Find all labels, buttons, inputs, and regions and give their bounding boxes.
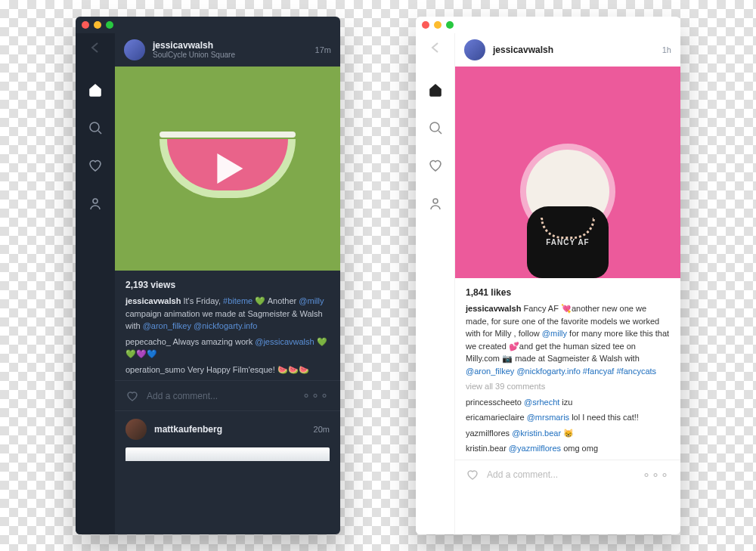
comment: ericamarieclaire @mrsmaris lol I need th… [466, 411, 670, 424]
views-count[interactable]: 2,193 views [125, 278, 330, 292]
avatar[interactable] [125, 419, 147, 440]
mention-link[interactable]: @aron_filkey [466, 367, 514, 376]
post-time: 1h [662, 45, 671, 54]
window-titlebar[interactable] [76, 17, 340, 33]
sidebar [416, 33, 455, 534]
back-icon[interactable] [87, 39, 104, 56]
search-icon[interactable] [87, 119, 104, 136]
sidebar [76, 33, 115, 534]
comment: operation_sumo Very Happy Film'esque! 🍉🍉… [125, 364, 330, 376]
add-comment[interactable]: Add a comment... ∘∘∘ [115, 380, 340, 410]
avatar[interactable] [464, 39, 485, 60]
feed: jessicavwalsh SoulCycle Union Square 17m… [115, 33, 340, 534]
comment: yazmilflores @kristin.bear 😸 [466, 427, 670, 440]
heart-outline-icon[interactable] [466, 468, 479, 481]
feed: jessicavwalsh 1h FANCY AF 1,841 likes je… [455, 33, 680, 534]
svg-point-2 [430, 122, 439, 132]
home-icon[interactable] [87, 82, 104, 98]
caption-user[interactable]: jessicavwalsh [125, 296, 181, 305]
comment-user[interactable]: yazmilflores [466, 429, 510, 438]
next-post-header[interactable]: mattkaufenberg 20m [115, 410, 340, 447]
svg-point-0 [90, 122, 99, 132]
post-caption: jessicavwalsh Fancy AF 💘another new one … [466, 302, 670, 377]
post-username[interactable]: mattkaufenberg [154, 424, 306, 435]
view-all-comments[interactable]: view all 39 comments [466, 380, 670, 393]
profile-icon[interactable] [87, 195, 104, 212]
post-username[interactable]: jessicavwalsh [153, 40, 308, 51]
comment: kristin.bear @yazmilflores omg omg [466, 442, 670, 455]
mention-link[interactable]: @aron_filkey [143, 321, 191, 330]
caption-user[interactable]: jessicavwalsh [466, 304, 521, 313]
more-icon[interactable]: ∘∘∘ [302, 388, 330, 403]
search-icon[interactable] [427, 119, 444, 136]
maximize-icon[interactable] [446, 21, 454, 29]
mention-link[interactable]: @nickfogarty.info [194, 321, 257, 330]
more-icon[interactable]: ∘∘∘ [643, 468, 670, 482]
minimize-icon[interactable] [94, 21, 101, 29]
home-icon[interactable] [427, 82, 444, 98]
hashtag-link[interactable]: #biteme [223, 296, 253, 305]
mention-link[interactable]: @kristin.bear [512, 429, 561, 438]
next-post-peek [125, 447, 330, 461]
post-username[interactable]: jessicavwalsh [493, 45, 655, 55]
cat-graphic: FANCY AF [515, 150, 621, 278]
mention-link[interactable]: @milly [542, 329, 567, 338]
comment-user[interactable]: operation_sumo [125, 365, 185, 374]
comment-user[interactable]: pepecacho_ [125, 337, 171, 346]
svg-point-3 [433, 199, 438, 203]
post-media-video[interactable] [115, 67, 340, 271]
mention-link[interactable]: @nickfogarty.info [516, 367, 580, 376]
comment-placeholder[interactable]: Add a comment... [147, 391, 295, 401]
comment: princesscheeto @srhecht izu [466, 396, 670, 409]
app-window-dark: jessicavwalsh SoulCycle Union Square 17m… [76, 17, 340, 534]
heart-icon[interactable] [87, 157, 104, 174]
comment-user[interactable]: princesscheeto [466, 398, 522, 407]
post-caption: jessicavwalsh It's Friday, #biteme 💚 Ano… [125, 295, 330, 333]
add-comment[interactable]: Add a comment... ∘∘∘ [455, 460, 680, 490]
close-icon[interactable] [422, 21, 429, 29]
post-media-image[interactable]: FANCY AF [455, 67, 680, 278]
post-time: 17m [315, 45, 331, 54]
maximize-icon[interactable] [106, 21, 113, 29]
post-header[interactable]: jessicavwalsh 1h [455, 33, 680, 67]
hashtag-link[interactable]: #fancyaf [583, 367, 615, 376]
hashtag-link[interactable]: #fancycats [617, 367, 657, 376]
post-time: 20m [314, 425, 330, 434]
comment-user[interactable]: ericamarieclaire [466, 413, 525, 422]
avatar[interactable] [124, 39, 145, 60]
app-window-light: jessicavwalsh 1h FANCY AF 1,841 likes je… [416, 17, 680, 534]
mention-link[interactable]: @jessicavwalsh [255, 337, 314, 346]
comment-placeholder[interactable]: Add a comment... [487, 469, 635, 480]
window-titlebar[interactable] [416, 17, 680, 33]
comment-user[interactable]: kristin.bear [466, 444, 507, 453]
mention-link[interactable]: @srhecht [524, 398, 559, 407]
mention-link[interactable]: @mrsmaris [527, 413, 569, 422]
mention-link[interactable]: @milly [299, 296, 324, 305]
back-icon[interactable] [427, 39, 444, 56]
post-location[interactable]: SoulCycle Union Square [153, 51, 308, 60]
play-icon[interactable] [217, 153, 243, 184]
heart-icon[interactable] [427, 157, 444, 174]
close-icon[interactable] [82, 21, 89, 29]
likes-count[interactable]: 1,841 likes [466, 286, 670, 299]
comment: pepecacho_ Always amazing work @jessicav… [125, 336, 330, 361]
mention-link[interactable]: @yazmilflores [509, 444, 561, 453]
profile-icon[interactable] [427, 195, 444, 212]
post-header[interactable]: jessicavwalsh SoulCycle Union Square 17m [115, 33, 340, 67]
svg-point-1 [93, 199, 98, 203]
heart-outline-icon[interactable] [125, 389, 139, 403]
minimize-icon[interactable] [434, 21, 442, 29]
